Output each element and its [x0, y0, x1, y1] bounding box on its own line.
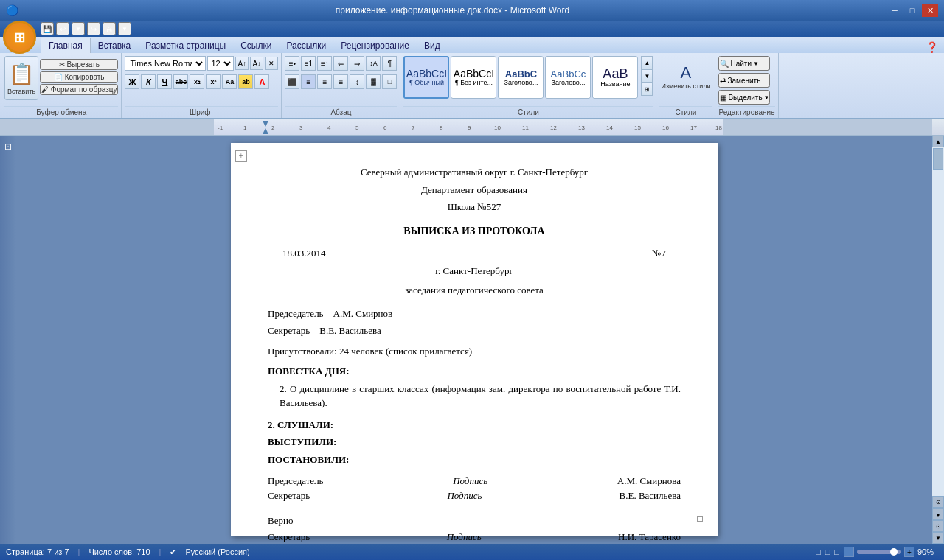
- superscript-button[interactable]: x²: [206, 74, 221, 89]
- doc-chairman: Председатель – А.М. Смирнов: [268, 307, 681, 321]
- increase-indent-button[interactable]: ⇒: [350, 56, 364, 71]
- styles-scroll-up[interactable]: ▲: [641, 56, 653, 69]
- page-indicator[interactable]: Страница: 7 из 7: [6, 547, 69, 556]
- doc-agenda: ПОВЕСТКА ДНЯ: 2. О дисциплине в старших …: [268, 364, 681, 410]
- tab-review[interactable]: Рецензирование: [333, 38, 417, 53]
- qa-dropdown[interactable]: ▼: [118, 22, 131, 35]
- tab-insert[interactable]: Вставка: [91, 38, 139, 53]
- font-grow-button[interactable]: A↑: [235, 57, 249, 70]
- align-left-button[interactable]: ⬛: [285, 74, 299, 89]
- scroll-track: [932, 147, 944, 496]
- bold-button[interactable]: Ж: [125, 74, 139, 89]
- doc-number: №7: [652, 248, 666, 259]
- undo-quick-button[interactable]: ↩: [56, 22, 69, 35]
- copy-button[interactable]: 📄 Копировать: [40, 71, 118, 83]
- numbering-button[interactable]: ≡1: [301, 56, 316, 71]
- tab-home[interactable]: Главная: [41, 38, 91, 53]
- style-normal[interactable]: AaBbCcI ¶ Обычный: [403, 56, 449, 99]
- scroll-prev-page-button[interactable]: ⊙: [932, 496, 944, 508]
- undo-arrow-button[interactable]: ▼: [72, 22, 85, 35]
- cut-button[interactable]: ✂ Вырезать: [40, 59, 118, 70]
- zoom-minus-button[interactable]: -: [844, 547, 854, 557]
- tab-references[interactable]: Ссылки: [233, 38, 279, 53]
- decrease-indent-button[interactable]: ⇐: [333, 56, 348, 71]
- style-heading2[interactable]: AaBbCc Заголово...: [545, 56, 591, 99]
- redo-quick-button[interactable]: ↪: [87, 22, 100, 35]
- style-title[interactable]: АаВ Название: [592, 56, 638, 99]
- case-button[interactable]: Aa: [222, 74, 237, 89]
- italic-button[interactable]: К: [141, 74, 156, 89]
- print-quick-button[interactable]: 🖨: [103, 22, 116, 35]
- styles-scroll-down[interactable]: ▼: [641, 69, 653, 83]
- multilevel-button[interactable]: ≡↑: [317, 56, 332, 71]
- bullets-button[interactable]: ≡•: [285, 56, 299, 71]
- borders-button[interactable]: □: [382, 74, 397, 89]
- align-center-button[interactable]: ≡: [301, 74, 316, 89]
- find-label: Найти: [730, 60, 752, 68]
- style-heading1[interactable]: AaBbC Заголово...: [498, 56, 544, 99]
- tab-view[interactable]: Вид: [417, 38, 448, 53]
- doc-officials: Председатель – А.М. Смирнов Секретарь – …: [268, 307, 681, 338]
- find-button[interactable]: 🔍 Найти ▼: [718, 56, 770, 71]
- style-heading1-label: Заголово...: [504, 79, 538, 86]
- svg-text:14: 14: [606, 125, 613, 131]
- sort-button[interactable]: ↕A: [366, 56, 381, 71]
- scroll-next-page-button[interactable]: ⊙: [932, 520, 944, 532]
- main-area: ⊡ + Северный административный округ г. С…: [0, 136, 944, 544]
- document-area[interactable]: + Северный административный округ г. Сан…: [16, 136, 932, 544]
- format-painter-button[interactable]: 🖌 Формат по образцу: [40, 84, 118, 95]
- select-button[interactable]: ▦ Выделить ▼: [718, 90, 770, 105]
- find-dropdown[interactable]: ▼: [753, 60, 759, 67]
- change-styles-button[interactable]: А Изменить стили: [661, 55, 710, 99]
- shading-button[interactable]: ▓: [366, 74, 381, 89]
- justify-button[interactable]: ≡: [333, 74, 348, 89]
- view-print-button[interactable]: □: [816, 547, 821, 556]
- subscript-button[interactable]: x₂: [190, 74, 204, 89]
- language-indicator[interactable]: Русский (Россия): [185, 547, 249, 556]
- close-button[interactable]: ✕: [922, 4, 938, 17]
- scroll-thumb[interactable]: [933, 148, 943, 170]
- view-web-button[interactable]: □: [834, 547, 839, 556]
- font-name-select[interactable]: Times New Roman: [125, 56, 206, 71]
- scroll-down-button[interactable]: ▼: [932, 532, 944, 544]
- styles-scroll[interactable]: ▲ ▼ ⊞: [641, 56, 653, 96]
- paste-button[interactable]: 📋 Вставить: [4, 56, 38, 100]
- align-right-button[interactable]: ≡: [317, 74, 332, 89]
- tab-page-layout[interactable]: Разметка страницы: [138, 38, 233, 53]
- scroll-up-button[interactable]: ▲: [932, 136, 944, 147]
- font-shrink-button[interactable]: A↓: [250, 57, 263, 70]
- style-normal-preview: AaBbCcI: [406, 69, 447, 79]
- zoom-slider[interactable]: [857, 550, 901, 554]
- view-full-button[interactable]: □: [825, 547, 830, 556]
- scroll-select-browse-button[interactable]: ●: [932, 508, 944, 520]
- select-dropdown[interactable]: ▼: [764, 94, 770, 101]
- office-button[interactable]: ⊞: [3, 21, 36, 54]
- word-count[interactable]: Число слов: 710: [88, 547, 150, 556]
- minimize-button[interactable]: ─: [886, 4, 903, 17]
- strikethrough-button[interactable]: abc: [173, 74, 188, 89]
- style-no-spacing[interactable]: AaBbCcI ¶ Без инте...: [451, 56, 496, 99]
- show-marks-button[interactable]: ¶: [382, 56, 397, 71]
- doc-resolved: ПОСТАНОВИЛИ:: [268, 452, 681, 467]
- svg-text:15: 15: [634, 125, 641, 131]
- svg-text:6: 6: [384, 125, 387, 131]
- styles-more[interactable]: ⊞: [641, 83, 653, 96]
- ribbon-help-icon[interactable]: ❓: [926, 41, 938, 53]
- clear-format-button[interactable]: ✕: [265, 57, 278, 70]
- font-color-button[interactable]: A: [254, 74, 269, 89]
- maximize-button[interactable]: □: [904, 4, 920, 17]
- tab-mailings[interactable]: Рассылки: [279, 38, 333, 53]
- doc-nav-icon[interactable]: ⊡: [4, 141, 12, 152]
- sig-correct-name: Н.И. Тарасенко: [618, 531, 681, 543]
- save-quick-button[interactable]: 💾: [41, 22, 54, 35]
- svg-text:11: 11: [522, 125, 529, 131]
- replace-button[interactable]: ⇄ Заменить: [718, 73, 770, 88]
- add-content-icon[interactable]: +: [235, 150, 247, 162]
- underline-button[interactable]: Ч: [157, 74, 172, 89]
- font-size-select[interactable]: 12: [207, 56, 234, 71]
- line-spacing-button[interactable]: ↕: [350, 74, 364, 89]
- highlight-button[interactable]: ab: [238, 74, 253, 89]
- zoom-label[interactable]: 90%: [917, 547, 938, 556]
- zoom-thumb[interactable]: [890, 548, 898, 556]
- zoom-plus-button[interactable]: +: [904, 547, 914, 557]
